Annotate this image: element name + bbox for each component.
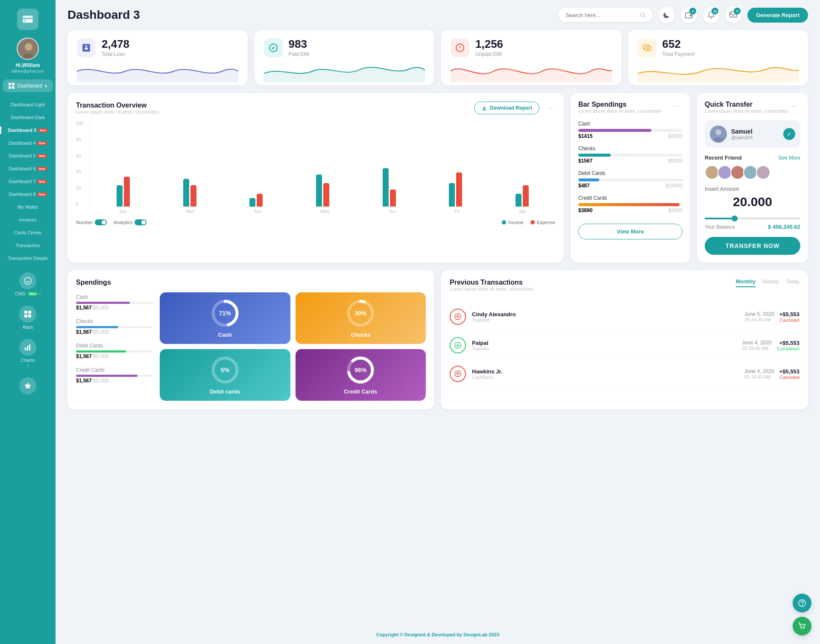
svg-rect-6 (9, 83, 11, 85)
theme-toggle[interactable] (659, 7, 675, 23)
prev-tx-subtitle: Lorem ipsum dolor sit amet, consectetur (450, 286, 533, 291)
tab-weekly[interactable]: Weekly (762, 279, 779, 287)
dashboard-toggle[interactable]: Dashboard ▾ (3, 79, 53, 92)
svg-point-19 (641, 13, 644, 17)
quick-transfer-menu[interactable]: ··· (789, 101, 800, 111)
float-support-button[interactable] (793, 594, 811, 612)
friend-avatar-1[interactable] (705, 165, 719, 180)
sidebar-item-dashboard4[interactable]: Dashboard 4New (0, 137, 56, 149)
transaction-overview-subtitle: Lorem ipsum dolor sit amet, consectetur (76, 109, 160, 114)
tx-icon-hawkins (450, 366, 466, 382)
msg-badge: 5 (734, 8, 741, 15)
total-payment-number: 652 (662, 38, 695, 50)
total-payment-label: Total Payment (662, 51, 695, 57)
svg-point-4 (25, 43, 32, 51)
page-title: Dashboard 3 (67, 8, 140, 22)
spendings-bottom-title: Spendings (76, 279, 426, 286)
sidebar-item-dashboard8[interactable]: Dashboard 8New (0, 188, 56, 201)
total-loan-label: Total Loan (102, 51, 129, 57)
svg-rect-12 (28, 311, 31, 314)
transfer-user-avatar (710, 125, 727, 143)
transfer-user-name: Samuel (731, 128, 753, 135)
tab-monthly[interactable]: Monthly (736, 279, 756, 287)
sidebar-item-cards[interactable]: Cards Center (0, 226, 56, 239)
float-cart-button[interactable] (793, 617, 811, 635)
sidebar-item-transaction[interactable]: Transaction (0, 239, 56, 252)
search-box[interactable] (559, 8, 653, 22)
sidebar-item-wallet[interactable]: My Wallet (0, 201, 56, 213)
bell-icon-btn[interactable]: 12 (703, 7, 719, 23)
spending-item-debit: Debit Cards $487 $10000 (578, 170, 682, 189)
view-more-button[interactable]: View More (578, 224, 682, 239)
total-loan-number: 2,478 (102, 38, 129, 50)
number-toggle[interactable] (95, 219, 107, 225)
download-icon (481, 105, 487, 111)
svg-rect-1 (23, 18, 32, 20)
spendings-bottom-card: Spendings Cash $1,567/$5,000 Checks $1,5… (67, 270, 434, 409)
spending-bar-credit: Credit Cards $1,567/$5,000 (76, 367, 153, 384)
sidebar-item-dashboard5[interactable]: Dashboard 5New (0, 149, 56, 162)
friend-avatar-5[interactable] (756, 165, 770, 180)
recent-friends-section: Recent Friend See More (705, 154, 800, 161)
sidebar-nav: Dashboard Light Dashboard Dark Dashboard… (0, 98, 56, 265)
svg-rect-16 (27, 346, 28, 350)
friend-avatar-3[interactable] (730, 165, 745, 180)
sidebar-item-apps[interactable]: Apps (0, 302, 56, 333)
bell-badge: 12 (712, 8, 718, 15)
paid-emi-number: 983 (289, 38, 310, 50)
svg-point-41 (801, 628, 802, 629)
transaction-menu[interactable]: ··· (544, 103, 555, 114)
tab-today[interactable]: Today (786, 279, 800, 287)
generate-report-button[interactable]: Generate Report (747, 8, 808, 23)
sidebar-username: Hi,William (15, 62, 40, 68)
sidebar-logo[interactable] (17, 9, 38, 30)
sidebar-item-dashboard-dark[interactable]: Dashboard Dark (0, 111, 56, 124)
amount-display: 20.000 (705, 195, 800, 209)
user-avatar (17, 38, 39, 60)
sidebar-item-dashboard3[interactable]: Dashboard 3New (0, 124, 56, 137)
sidebar-item-invoices[interactable]: Invoices (0, 213, 56, 226)
friend-avatar-4[interactable] (743, 165, 758, 180)
middle-section: Transaction Overview Lorem ipsum dolor s… (67, 93, 808, 262)
donut-credit: 96% Credit Cards (296, 349, 426, 401)
legend-expense: Expense (530, 220, 555, 225)
svg-rect-22 (690, 15, 691, 16)
svg-rect-9 (12, 86, 15, 89)
sidebar-item-charts[interactable]: Charts › (0, 335, 56, 371)
msg-icon-btn[interactable]: 5 (725, 7, 741, 23)
moon-icon (663, 11, 671, 19)
search-icon (640, 12, 646, 18)
unpaid-emi-number: 1,256 (475, 38, 503, 50)
sidebar-item-dashboard7[interactable]: Dashboard 7New (0, 175, 56, 188)
donut-debit: 5% Debit cards (160, 349, 290, 401)
content-area: 2,478 Total Loan 983 Paid EM (56, 30, 820, 625)
sidebar-item-transaction-details[interactable]: Transaction Details (0, 252, 56, 265)
friend-avatar-2[interactable] (718, 165, 732, 180)
wallet-icon-btn[interactable]: 2 (681, 7, 697, 23)
search-input[interactable] (565, 12, 636, 18)
transaction-overview-title: Transaction Overview (76, 102, 160, 109)
unpaid-emi-wave (451, 61, 612, 82)
paid-emi-icon (264, 38, 283, 57)
amount-slider[interactable] (705, 218, 800, 219)
download-report-button[interactable]: Download Report (474, 102, 539, 114)
bar-chart-bars (90, 121, 555, 207)
transfer-now-button[interactable]: TRANSFER NOW (705, 237, 800, 255)
spending-item-checks: Checks $1567 $5000 (578, 145, 682, 164)
tx-tabs: Monthly Weekly Today (736, 279, 800, 287)
svg-rect-7 (12, 83, 15, 85)
paid-emi-label: Paid EMI (289, 51, 310, 57)
sidebar-item-dashboard-light[interactable]: Dashboard Light (0, 98, 56, 111)
floating-buttons (793, 594, 811, 635)
bar-spendings-menu[interactable]: ··· (671, 101, 682, 111)
svg-point-42 (803, 628, 805, 629)
svg-line-20 (644, 16, 646, 18)
sidebar-item-cms[interactable]: CMS New › (0, 269, 56, 300)
see-more-link[interactable]: See More (778, 155, 800, 161)
sidebar-email: william@gmail.com (11, 69, 44, 73)
sidebar-item-dashboard6[interactable]: Dashboard 6New (0, 162, 56, 175)
svg-rect-15 (25, 347, 26, 350)
previous-transactions-card: Previous Transactions Lorem ipsum dolor … (441, 270, 808, 409)
analytics-toggle[interactable] (135, 219, 146, 225)
sidebar-item-starred[interactable] (0, 374, 56, 399)
